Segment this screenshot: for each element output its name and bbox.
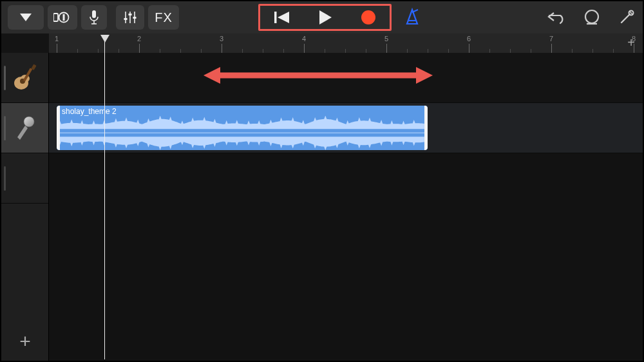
top-toolbar: FX [1, 1, 643, 33]
svg-rect-11 [133, 17, 137, 19]
annotation-arrow [204, 67, 433, 84]
add-marker-button[interactable]: + [623, 35, 639, 50]
right-tool-group [547, 1, 636, 33]
timeline-ruler[interactable]: 12345678 [49, 33, 643, 53]
mixer-button[interactable] [116, 5, 144, 30]
svg-rect-9 [129, 14, 132, 15]
svg-rect-3 [92, 10, 96, 18]
track-row[interactable]: sholay_theme 2 [49, 103, 643, 153]
svg-rect-12 [274, 12, 277, 23]
tracks-area[interactable]: sholay_theme 2 [49, 53, 643, 361]
transport-controls-highlight [258, 4, 392, 31]
svg-rect-2 [63, 14, 65, 21]
view-menu-button[interactable] [8, 5, 44, 30]
app-frame: FX [0, 0, 644, 362]
library-button[interactable] [48, 5, 77, 30]
add-track-button[interactable]: + [1, 322, 49, 361]
track-header-empty[interactable] [1, 153, 48, 204]
bar-number: 5 [384, 35, 388, 43]
record-button[interactable] [355, 6, 381, 28]
audio-region[interactable]: sholay_theme 2 [57, 106, 428, 150]
loop-button[interactable] [582, 8, 601, 27]
waveform [60, 116, 424, 150]
rewind-button[interactable] [269, 6, 295, 28]
undo-button[interactable] [547, 8, 567, 27]
svg-point-13 [361, 10, 375, 24]
track-volume-indicator[interactable] [4, 116, 6, 140]
bar-number: 3 [220, 35, 223, 43]
track-volume-indicator[interactable] [4, 166, 6, 191]
track-header-audio[interactable] [1, 103, 48, 153]
track-row-empty[interactable] [49, 153, 643, 359]
svg-rect-0 [53, 14, 58, 21]
bar-number: 2 [137, 35, 141, 43]
region-label: sholay_theme 2 [57, 106, 428, 117]
bar-number: 6 [467, 35, 471, 43]
microphone-icon [11, 114, 39, 142]
track-headers: + [1, 53, 49, 361]
guitar-icon [11, 64, 39, 92]
input-mic-button[interactable] [81, 5, 107, 30]
play-button[interactable] [312, 6, 338, 28]
track-header-guitar[interactable] [1, 53, 48, 103]
bar-number: 4 [302, 35, 306, 43]
playhead[interactable] [104, 40, 105, 359]
svg-rect-7 [124, 18, 128, 20]
svg-point-16 [585, 10, 598, 23]
settings-button[interactable] [617, 8, 636, 27]
metronome-button[interactable] [403, 8, 422, 27]
fx-button[interactable]: FX [148, 5, 179, 30]
bar-number: 7 [549, 35, 553, 43]
track-volume-indicator[interactable] [4, 66, 6, 90]
bar-number: 1 [55, 35, 59, 43]
